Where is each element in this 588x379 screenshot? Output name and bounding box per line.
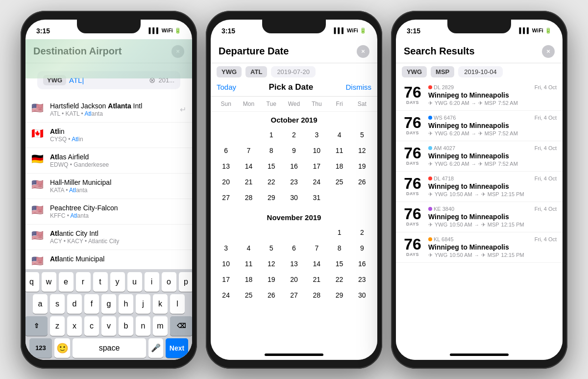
key-shift[interactable]: ⇧ — [25, 316, 48, 336]
key-backspace[interactable]: ⌫ — [170, 316, 192, 336]
flight-item-2[interactable]: 76 DAYS AM 4027 Fri, 4 Oct Wi — [396, 141, 563, 172]
cal-nov-day-6[interactable]: 6 — [283, 240, 305, 256]
cal-nov-day-8[interactable]: 8 — [328, 240, 350, 256]
result-item-3[interactable]: 🇺🇸 Hall-Miller Municipal KATA • Atlanta — [25, 174, 192, 199]
key-n[interactable]: n — [136, 316, 150, 336]
key-f[interactable]: f — [84, 294, 99, 314]
cal-tag-ywg[interactable]: YWG — [217, 66, 242, 77]
cal-day-29[interactable]: 29 — [260, 190, 283, 205]
results-tag-ywg[interactable]: YWG — [402, 66, 427, 77]
cal-date-pill[interactable]: 2019-07-20 — [271, 66, 316, 77]
cal-day-11[interactable]: 11 — [328, 143, 350, 158]
key-x[interactable]: x — [67, 316, 82, 336]
cal-nov-day-10[interactable]: 10 — [215, 256, 237, 272]
cal-nov-day-29[interactable]: 29 — [328, 287, 350, 303]
cal-nov-day-11[interactable]: 11 — [237, 256, 260, 272]
cal-nov-day-22[interactable]: 22 — [328, 272, 350, 287]
key-q[interactable]: q — [25, 272, 39, 292]
cal-day-2[interactable]: 2 — [283, 127, 305, 143]
cal-day-3[interactable]: 3 — [305, 127, 328, 143]
result-item-4[interactable]: 🇺🇸 Peachtree City-Falcon KFFC • Atlanta — [25, 199, 192, 225]
result-item-2[interactable]: 🇩🇪 Atlas Airfield EDWQ • Ganderkesee — [25, 148, 192, 174]
cal-day-23[interactable]: 23 — [283, 174, 305, 190]
cal-day-7[interactable]: 7 — [237, 143, 260, 158]
cal-nov-day-27[interactable]: 27 — [283, 287, 305, 303]
cal-day-16[interactable]: 16 — [283, 158, 305, 174]
key-p[interactable]: p — [179, 272, 193, 292]
result-item-0[interactable]: 🇺🇸 Hartsfield Jackson Atlanta Intl ATL •… — [25, 97, 192, 123]
cal-nov-day-25[interactable]: 25 — [237, 287, 260, 303]
key-b[interactable]: b — [119, 316, 133, 336]
today-button[interactable]: Today — [217, 83, 236, 91]
flight-item-1[interactable]: 76 DAYS WS 6476 Fri, 4 Oct Wi — [396, 111, 563, 141]
key-e[interactable]: e — [59, 272, 74, 292]
key-o[interactable]: o — [162, 272, 176, 292]
key-m[interactable]: m — [153, 316, 168, 336]
flight-item-0[interactable]: 76 DAYS DL 2829 Fri, 4 Oct Wi — [396, 80, 563, 111]
key-123[interactable]: 123 — [29, 338, 52, 358]
key-next[interactable]: Next — [166, 338, 188, 358]
key-z[interactable]: z — [50, 316, 65, 336]
key-i[interactable]: i — [145, 272, 159, 292]
cal-nov-day-7[interactable]: 7 — [305, 240, 328, 256]
cal-day-31[interactable]: 31 — [305, 190, 328, 205]
key-w[interactable]: w — [42, 272, 56, 292]
cal-day-26[interactable]: 26 — [351, 174, 373, 190]
cal-day-4[interactable]: 4 — [328, 127, 350, 143]
cal-day-6[interactable]: 6 — [215, 143, 237, 158]
cal-tag-atl[interactable]: ATL — [245, 66, 267, 77]
cal-nov-day-2[interactable]: 2 — [351, 225, 373, 240]
key-h[interactable]: h — [119, 294, 133, 314]
cal-nov-day-23[interactable]: 23 — [351, 272, 373, 287]
cal-nov-day-18[interactable]: 18 — [237, 272, 260, 287]
cal-day-8[interactable]: 8 — [260, 143, 283, 158]
cal-day-17[interactable]: 17 — [305, 158, 328, 174]
cal-nov-day-19[interactable]: 19 — [260, 272, 283, 287]
cal-nov-day-30[interactable]: 30 — [351, 287, 373, 303]
cal-nov-day-14[interactable]: 14 — [305, 256, 328, 272]
cal-nov-day-12[interactable]: 12 — [260, 256, 283, 272]
cal-day-25[interactable]: 25 — [328, 174, 350, 190]
key-t[interactable]: t — [93, 272, 108, 292]
cal-day-22[interactable]: 22 — [260, 174, 283, 190]
cal-nov-day-1[interactable]: 1 — [328, 225, 350, 240]
cal-nov-day-28[interactable]: 28 — [305, 287, 328, 303]
cal-nov-day-3[interactable]: 3 — [215, 240, 237, 256]
flight-item-5[interactable]: 76 DAYS KL 6845 Fri, 4 Oct Wi — [396, 232, 563, 263]
cal-day-21[interactable]: 21 — [237, 174, 260, 190]
cal-day-24[interactable]: 24 — [305, 174, 328, 190]
cal-day-27[interactable]: 27 — [215, 190, 237, 205]
results-date-pill[interactable]: 2019-10-04 — [458, 66, 503, 77]
result-item-5[interactable]: 🇺🇸 Atlantic City Intl ACY • KACY • Atlan… — [25, 225, 192, 250]
cal-day-9[interactable]: 9 — [283, 143, 305, 158]
cal-day-15[interactable]: 15 — [260, 158, 283, 174]
cal-day-10[interactable]: 10 — [305, 143, 328, 158]
cal-day-18[interactable]: 18 — [328, 158, 350, 174]
key-s[interactable]: s — [50, 294, 65, 314]
key-mic[interactable]: 🎤 — [148, 338, 163, 358]
key-l[interactable]: l — [170, 294, 185, 314]
cal-nov-day-26[interactable]: 26 — [260, 287, 283, 303]
cal-nov-day-17[interactable]: 17 — [215, 272, 237, 287]
dismiss-button[interactable]: Dismiss — [345, 83, 371, 91]
cal-day-12[interactable]: 12 — [351, 143, 373, 158]
key-v[interactable]: v — [101, 316, 116, 336]
cal-nov-day-5[interactable]: 5 — [260, 240, 283, 256]
close-button-2[interactable]: × — [357, 45, 369, 58]
cal-nov-day-9[interactable]: 9 — [351, 240, 373, 256]
cal-day-20[interactable]: 20 — [215, 174, 237, 190]
results-tag-msp[interactable]: MSP — [431, 66, 454, 77]
cal-nov-day-21[interactable]: 21 — [305, 272, 328, 287]
cal-nov-day-24[interactable]: 24 — [215, 287, 237, 303]
key-d[interactable]: d — [67, 294, 82, 314]
key-emoji[interactable]: 🙂 — [54, 338, 70, 358]
key-r[interactable]: r — [76, 272, 91, 292]
key-space[interactable]: space — [73, 338, 146, 358]
flight-item-4[interactable]: 76 DAYS KE 3840 Fri, 4 Oct Wi — [396, 202, 563, 232]
cal-nov-day-4[interactable]: 4 — [237, 240, 260, 256]
cal-day-28[interactable]: 28 — [237, 190, 260, 205]
close-button-3[interactable]: × — [542, 45, 555, 58]
cal-nov-day-15[interactable]: 15 — [328, 256, 350, 272]
cal-nov-day-20[interactable]: 20 — [283, 272, 305, 287]
key-k[interactable]: k — [153, 294, 168, 314]
